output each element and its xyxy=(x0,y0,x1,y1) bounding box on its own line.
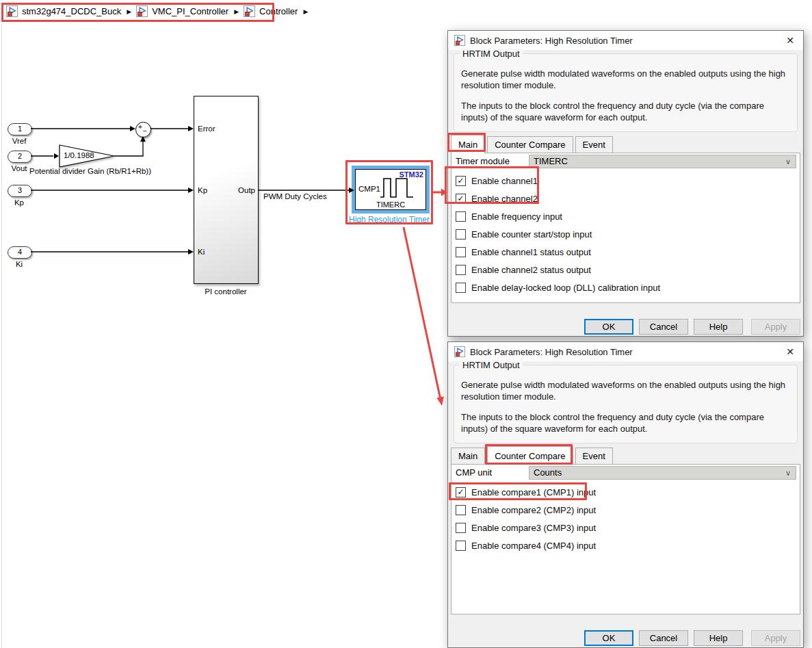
square-wave-icon xyxy=(379,174,421,201)
pi-controller-block[interactable]: Error Kp Ki Outp xyxy=(194,96,259,284)
row-enable-compare4-input: Enable compare4 (CMP4) input xyxy=(451,536,800,554)
hrtim-output-groupbox: HRTIM Output Generate pulse width modula… xyxy=(454,365,798,443)
row-enable-dll-calibration-input: Enable delay-locked loop (DLL) calibrati… xyxy=(451,278,800,296)
checkbox-enable-compare2-input[interactable] xyxy=(456,505,466,515)
help-button[interactable]: Help xyxy=(694,319,743,335)
tab-counter-compare[interactable]: Counter Compare xyxy=(487,136,573,153)
groupbox-title: HRTIM Output xyxy=(460,49,523,59)
hrt-block-name: High Resolution Timer xyxy=(344,215,434,224)
checkbox-enable-compare4-input[interactable] xyxy=(456,541,466,551)
block-parameters-icon xyxy=(454,346,465,357)
row-enable-compare1-input: ✓ Enable compare1 (CMP1) input xyxy=(451,483,800,501)
checkbox-label: Enable delay-locked loop (DLL) calibrati… xyxy=(471,283,660,293)
tab-main[interactable]: Main xyxy=(451,135,485,153)
breadcrumb-label[interactable]: VMC_PI_Controller xyxy=(152,6,228,16)
inport-kp[interactable]: 3 xyxy=(8,185,32,197)
tab-counter-compare[interactable]: Counter Compare xyxy=(487,446,573,465)
apply-button: Apply xyxy=(751,630,800,646)
chevron-down-icon: ∨ xyxy=(785,155,791,168)
breadcrumb-separator-icon[interactable]: ▶ xyxy=(303,8,308,15)
tab-pane-counter-compare: CMP unit Counts ∨ ✓ Enable compare1 (CMP… xyxy=(451,464,800,614)
block-parameters-dialog-counter-compare: Block Parameters: High Resolution Timer … xyxy=(447,341,804,648)
checkbox-label: Enable channel2 status output xyxy=(471,265,591,275)
close-icon[interactable]: ✕ xyxy=(783,35,797,46)
checkbox-enable-channel1[interactable]: ✓ xyxy=(456,176,466,186)
timer-module-row: Timer module TIMERC ∨ xyxy=(451,153,800,170)
help-button[interactable]: Help xyxy=(694,630,743,646)
cmp-unit-label: CMP unit xyxy=(456,465,492,481)
checkbox-enable-channel1-status-output[interactable] xyxy=(456,247,466,257)
row-enable-counter-start-stop-input: Enable counter start/stop input xyxy=(451,225,800,243)
description-paragraph: The inputs to the block control the freq… xyxy=(454,100,797,123)
breadcrumb-label[interactable]: stm32g474_DCDC_Buck xyxy=(22,6,121,16)
checkbox-enable-frequency-input[interactable] xyxy=(456,211,466,222)
cmp-unit-row: CMP unit Counts ∨ xyxy=(451,465,800,482)
tab-main[interactable]: Main xyxy=(451,448,485,464)
dialog-footer: OK Cancel Help Apply xyxy=(584,319,800,335)
hrt-port-cmp1: CMP1 xyxy=(358,185,380,193)
timer-module-label: Timer module xyxy=(456,153,510,170)
checkbox-list: ✓ Enable channel1 ✓ Enable channel2 Enab… xyxy=(451,172,800,296)
chevron-down-icon: ∨ xyxy=(785,467,791,479)
inport-vref[interactable]: 1 xyxy=(8,123,32,135)
sum-plus-sign: + xyxy=(138,123,142,131)
cmp-unit-dropdown[interactable]: Counts ∨ xyxy=(529,466,796,480)
breadcrumb-item-controller[interactable]: Controller ▶ xyxy=(244,5,308,17)
tab-event[interactable]: Event xyxy=(575,136,613,153)
checkbox-label: Enable channel2 xyxy=(471,194,538,204)
pi-controller-label: PI controller xyxy=(185,287,267,296)
inport-ki[interactable]: 4 xyxy=(8,246,32,259)
inport-vout[interactable]: 2 xyxy=(8,151,32,163)
ok-button[interactable]: OK xyxy=(584,319,633,335)
simulink-window: { "breadcrumb": { "separator": "▶", "ite… xyxy=(0,0,812,648)
canvas-left-edge xyxy=(1,23,2,648)
inport-vref-label: Vref xyxy=(0,137,40,145)
breadcrumb-separator-icon[interactable]: ▶ xyxy=(234,8,239,15)
breadcrumb-item-model[interactable]: stm32g474_DCDC_Buck ▶ xyxy=(6,5,131,17)
row-enable-channel1: ✓ Enable channel1 xyxy=(451,172,800,190)
dialog-titlebar[interactable]: Block Parameters: High Resolution Timer … xyxy=(448,342,803,361)
sum-minus-sign: − xyxy=(143,127,147,135)
dialog-titlebar[interactable]: Block Parameters: High Resolution Timer … xyxy=(448,31,803,50)
high-resolution-timer-block[interactable]: STM32 CMP1 TIMERC xyxy=(355,169,426,210)
checkbox-label: Enable channel1 xyxy=(471,176,538,186)
breadcrumb-label[interactable]: Controller xyxy=(259,6,298,16)
dropdown-value: TIMERC xyxy=(534,156,568,166)
row-enable-channel1-status-output: Enable channel1 status output xyxy=(451,243,800,261)
timer-module-dropdown[interactable]: TIMERC ∨ xyxy=(529,155,796,168)
checkbox-enable-counter-start-stop-input[interactable] xyxy=(456,229,466,239)
checkbox-label: Enable channel1 status output xyxy=(471,247,591,257)
subsystem-icon xyxy=(244,5,255,17)
pi-port-outp: Outp xyxy=(238,186,255,194)
close-icon[interactable]: ✕ xyxy=(783,346,797,357)
tab-bar: Main Counter Compare Event xyxy=(451,445,615,464)
signal-label-pwm-duty-cycles: PWM Duty Cycles xyxy=(263,192,327,200)
checkbox-label: Enable counter start/stop input xyxy=(471,229,592,239)
checkbox-enable-channel2[interactable]: ✓ xyxy=(456,194,466,204)
hrt-timer-label: TIMERC xyxy=(356,200,425,209)
checkbox-enable-dll-calibration-input[interactable] xyxy=(456,283,466,293)
checkbox-enable-compare3-input[interactable] xyxy=(456,523,466,533)
apply-button: Apply xyxy=(751,319,800,335)
description-paragraph: Generate pulse width modulated waveforms… xyxy=(454,68,797,91)
hrt-selection-frame[interactable]: STM32 CMP1 TIMERC xyxy=(352,166,430,213)
checkbox-label: Enable compare2 (CMP2) input xyxy=(471,505,596,515)
sum-block[interactable]: + − xyxy=(135,122,151,138)
pi-port-error: Error xyxy=(198,125,215,133)
description-paragraph: The inputs to the block control the freq… xyxy=(454,411,797,435)
groupbox-title: HRTIM Output xyxy=(460,360,523,370)
inport-ki-label: Ki xyxy=(0,260,40,268)
gain-label: Potential divider Gain (Rb/R1+Rb)) xyxy=(25,167,155,175)
cancel-button[interactable]: Cancel xyxy=(639,630,688,646)
ok-button[interactable]: OK xyxy=(584,630,633,646)
cancel-button[interactable]: Cancel xyxy=(639,319,688,335)
block-parameters-dialog-main: Block Parameters: High Resolution Timer … xyxy=(447,30,804,337)
tab-event[interactable]: Event xyxy=(575,448,613,464)
breadcrumb-item-vmc-pi-controller[interactable]: VMC_PI_Controller ▶ xyxy=(136,5,239,17)
breadcrumb: stm32g474_DCDC_Buck ▶ VMC_PI_Controller … xyxy=(0,0,812,23)
checkbox-enable-channel2-status-output[interactable] xyxy=(456,265,466,275)
dialog-title: Block Parameters: High Resolution Timer xyxy=(470,347,778,357)
breadcrumb-separator-icon[interactable]: ▶ xyxy=(127,8,131,15)
row-enable-compare2-input: Enable compare2 (CMP2) input xyxy=(451,501,800,519)
checkbox-enable-compare1-input[interactable]: ✓ xyxy=(456,487,466,497)
